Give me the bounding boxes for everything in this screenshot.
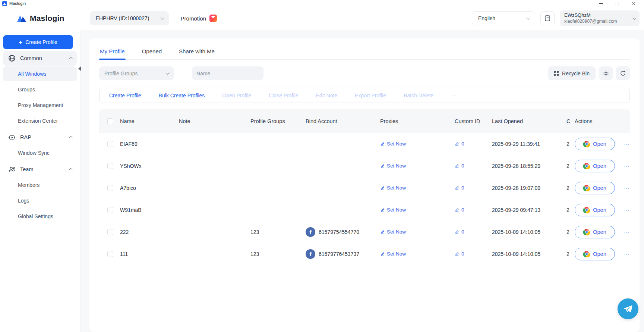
custom-id-edit[interactable]: 0 [455,141,464,147]
sidebar-item-label: All Windows [18,71,46,77]
maslogin-logo-icon [17,14,27,22]
row-checkbox[interactable] [107,185,113,191]
name-search-input[interactable] [196,71,264,76]
column-header-actions: Actions [575,118,630,124]
row-checkbox[interactable] [107,207,113,213]
profile-name: W91maB [120,207,179,213]
sidebar-item-label: Global Settings [18,213,53,219]
open-profile-button[interactable]: Open [575,160,615,172]
sidebar-item-logs[interactable]: Logs [3,193,77,208]
chrome-icon [583,185,590,191]
row-more-button[interactable]: ··· [623,141,630,147]
created-time-truncated: 2 [566,163,575,169]
create-profile-action[interactable]: Create Profile [109,93,141,98]
edit-pencil-icon [455,251,460,256]
table-header: Name Note Profile Groups Bind Account Pr… [99,109,630,133]
row-checkbox[interactable] [107,141,113,147]
maximize-button[interactable] [609,0,625,7]
custom-id-edit[interactable]: 0 [455,163,464,169]
facebook-icon: f [306,249,315,259]
row-checkbox[interactable] [107,229,113,235]
row-checkbox[interactable] [107,163,113,169]
open-profile-button[interactable]: Open [575,138,615,150]
row-more-button[interactable]: ··· [623,251,630,257]
section-label: Common [20,55,42,61]
row-more-button[interactable]: ··· [623,229,630,235]
set-proxy-link[interactable]: Set Now [380,163,406,169]
custom-id-value: 0 [461,229,464,235]
tab-my-profile[interactable]: My Profile [99,45,126,59]
tab-share-with-me[interactable]: Share with Me [178,45,215,59]
profile-name: YShOWx [120,163,179,169]
sidebar-item-window-sync[interactable]: Window Sync [3,145,77,160]
custom-id-edit[interactable]: 0 [455,229,464,235]
row-more-button[interactable]: ··· [623,207,630,213]
profile-groups-placeholder: Profile Groups [104,71,138,76]
custom-id-edit[interactable]: 0 [455,251,464,257]
custom-id-edit[interactable]: 0 [455,185,464,191]
profiles-table: Name Note Profile Groups Bind Account Pr… [99,109,630,265]
sidebar-item-members[interactable]: Members [3,178,77,192]
bind-account-id: 61579776453737 [319,251,359,257]
export-profile-action: Export Profile [355,93,386,98]
maximize-icon [616,2,619,5]
sidebar-item-proxy-management[interactable]: Proxy Management [3,98,77,113]
bind-account: f 61579754554770 [306,227,380,237]
set-proxy-link[interactable]: Set Now [380,141,406,147]
refresh-button[interactable] [616,66,630,80]
open-label: Open [593,229,606,235]
grid-icon [554,71,559,76]
select-all-checkbox[interactable] [107,118,113,124]
minimize-button[interactable] [593,0,609,7]
tab-opened[interactable]: Opened [141,45,162,59]
set-proxy-link[interactable]: Set Now [380,251,406,257]
sidebar-item-all-windows[interactable]: All Windows [3,66,77,81]
sidebar-item-label: Window Sync [18,150,50,156]
table-row: EIAF69 Set Now 0 2025-09-29 11:39:41 2 [99,133,630,155]
language-selector[interactable]: English [472,11,535,25]
create-profile-label: Create Profile [25,39,57,45]
column-header-created-truncated: C [566,118,575,124]
open-profile-button[interactable]: Open [575,248,615,260]
bulk-create-profiles-action[interactable]: Bulk Create Profiles [159,93,205,98]
tab-label: Share with Me [179,48,215,54]
sidebar-section-team[interactable]: Team [3,162,77,177]
sidebar-collapse-handle[interactable] [78,66,81,71]
sidebar-item-global-settings[interactable]: Global Settings [3,209,77,224]
open-profile-button[interactable]: Open [575,226,615,238]
set-proxy-link[interactable]: Set Now [380,229,406,235]
settings-button[interactable] [599,66,613,80]
team-selector[interactable]: EHPHRV (ID:1000027) [90,11,169,25]
create-profile-button[interactable]: + Create Profile [3,35,73,49]
row-more-button[interactable]: ··· [623,163,630,169]
custom-id-edit[interactable]: 0 [455,207,464,213]
set-proxy-link[interactable]: Set Now [380,185,406,191]
docs-button[interactable] [540,11,555,25]
telegram-support-button[interactable] [618,298,638,319]
row-more-button[interactable]: ··· [623,185,630,191]
recycle-bin-button[interactable]: Recycle Bin [548,66,596,80]
open-profile-action: Open Profile [222,93,251,98]
window-titlebar: Maslogin [0,0,644,7]
chevron-down-icon [160,16,164,20]
chrome-icon [583,141,590,147]
edit-pencil-icon [380,185,385,190]
row-checkbox[interactable] [107,251,113,257]
sidebar-item-groups[interactable]: Groups [3,82,77,97]
created-time-truncated: 2 [566,251,575,257]
sidebar-section-rap[interactable]: RAP [3,130,77,145]
language-value: English [478,15,495,21]
sidebar-item-extension-center[interactable]: Extension Center [3,113,77,128]
promotion-link[interactable]: Promotion [181,15,217,22]
chevron-down-icon [526,16,530,20]
close-button[interactable] [625,0,642,7]
profile-groups-select[interactable]: Profile Groups [99,66,174,80]
set-proxy-link[interactable]: Set Now [380,207,406,213]
app-icon [2,1,7,6]
profile-name: EIAF69 [120,141,179,147]
open-profile-button[interactable]: Open [575,182,615,194]
chevron-up-icon [69,57,73,60]
account-menu[interactable]: EWzSQhzM xiaofei020907@gmail.com [560,10,640,26]
sidebar-section-common[interactable]: Common [3,51,77,66]
open-profile-button[interactable]: Open [575,204,615,216]
